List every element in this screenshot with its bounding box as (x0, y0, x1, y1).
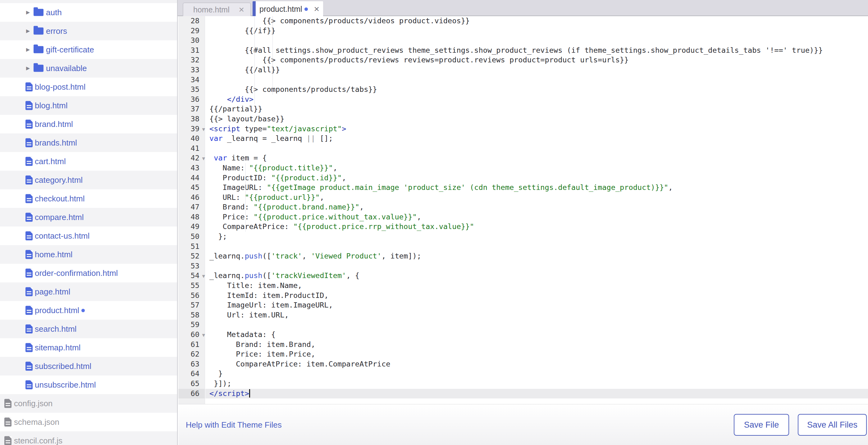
code-line[interactable] (205, 144, 868, 153)
save-file-button[interactable]: Save File (734, 414, 789, 436)
code-line[interactable]: }; (205, 232, 868, 242)
tab-label: product.html (259, 5, 302, 14)
file-tree-item-category-html[interactable]: category.html (0, 171, 177, 189)
code-line[interactable]: ImageUrl: item.ImageURL, (205, 300, 868, 310)
code-line[interactable]: </script> (205, 389, 868, 399)
tab-product-html[interactable]: product.html × (253, 1, 323, 17)
save-all-files-button[interactable]: Save All Files (798, 414, 867, 436)
code-line[interactable]: {{> components/products/reviews reviews=… (205, 55, 868, 65)
file-tree-item-brands-html[interactable]: brands.html (0, 133, 177, 152)
file-tree-item-cart-html[interactable]: cart.html (0, 152, 177, 171)
code-line[interactable]: CompareAtPrice: item.CompareAtPrice (205, 360, 868, 369)
file-tree-item-schema-json[interactable]: schema.json (0, 413, 177, 431)
code-line[interactable]: </div> (205, 95, 868, 105)
file-tree-item-search-html[interactable]: search.html (0, 320, 177, 338)
file-tree-item-compare-html[interactable]: compare.html (0, 208, 177, 227)
code-line[interactable] (205, 261, 868, 271)
file-tree-item-blog-post-html[interactable]: blog-post.html (0, 77, 177, 96)
chevron-right-icon[interactable]: ▸ (26, 26, 30, 35)
file-tree-item-product-html[interactable]: product.html (0, 301, 177, 320)
code-line[interactable]: {{> layout/base}} (205, 114, 868, 124)
chevron-right-icon[interactable]: ▸ (26, 64, 30, 72)
code-line[interactable]: CompareAtPrice: "{{product.price.rrp_wit… (205, 222, 868, 232)
line-number: 31 (178, 46, 205, 56)
chevron-right-icon[interactable]: ▸ (26, 8, 30, 16)
code-line[interactable]: <script type="text/javascript"> (205, 124, 868, 134)
file-tree-item-auth[interactable]: ▸auth (0, 3, 177, 22)
code-line[interactable]: Brand: item.Brand, (205, 340, 868, 350)
code-line[interactable]: }]); (205, 379, 868, 389)
fold-arrow-icon[interactable]: ▾ (202, 271, 205, 281)
code-line[interactable]: ImageURL: "{{getImage product.main_image… (205, 183, 868, 193)
code-line[interactable]: ProductID: "{{product.id}}", (205, 173, 868, 183)
code-line[interactable]: {{/partial}} (205, 104, 868, 114)
file-tree-item-checkout-html[interactable]: checkout.html (0, 189, 177, 208)
file-tree-item-gift-certificate[interactable]: ▸gift-certificate (0, 40, 177, 59)
code-token: 'track' (271, 252, 302, 260)
code-line[interactable]: var _learnq = _learnq || []; (205, 134, 868, 144)
file-tree-item-contact-us-html[interactable]: contact-us.html (0, 227, 177, 245)
file-tree-item-subscribed-html[interactable]: subscribed.html (0, 357, 177, 375)
file-icon (26, 362, 33, 371)
code-line[interactable]: } (205, 369, 868, 379)
help-link[interactable]: Help with Edit Theme Files (186, 420, 282, 430)
file-tree-sidebar[interactable]: ▸auth▸errors▸gift-certificate▸unavailabl… (0, 0, 178, 445)
file-icon (4, 399, 11, 408)
code-line[interactable]: Price: "{{product.price.without_tax.valu… (205, 212, 868, 222)
file-tree-item-blog-html[interactable]: blog.html (0, 96, 177, 115)
fold-arrow-icon[interactable]: ▾ (202, 330, 205, 340)
code-line[interactable]: Brand: "{{product.brand.name}}", (205, 202, 868, 212)
code-token: "{{getImage product.main_image 'product_… (267, 183, 669, 192)
code-line[interactable]: {{/if}} (205, 26, 868, 36)
file-tree-item-stencil-conf-js[interactable]: stencil.conf.js (0, 431, 177, 445)
code-line[interactable] (205, 242, 868, 252)
code-line[interactable]: {{/all}} (205, 65, 868, 75)
code-line[interactable]: {{> components/products/tabs}} (205, 85, 868, 95)
code-content[interactable]: {{> components/products/videos product.v… (205, 16, 868, 404)
code-token: "{{product.price.without_tax.value}}" (253, 212, 417, 221)
code-token: ProductID: (209, 173, 271, 182)
fold-arrow-icon[interactable]: ▾ (202, 125, 205, 134)
file-tree-item-errors[interactable]: ▸errors (0, 22, 177, 40)
file-tree-item-order-confirmation-html[interactable]: order-confirmation.html (0, 264, 177, 282)
code-line[interactable]: {{> components/products/videos product.v… (205, 16, 868, 26)
code-line[interactable]: Url: item.URL, (205, 310, 868, 320)
file-tree-item-unavailable[interactable]: ▸unavailable (0, 59, 177, 77)
code-line[interactable]: Name: "{{product.title}}", (205, 163, 868, 173)
fold-arrow-icon[interactable]: ▾ (202, 153, 205, 164)
code-token: Price: (209, 212, 253, 221)
code-line[interactable]: var item = { (205, 153, 868, 163)
code-line[interactable]: Metadata: { (205, 330, 868, 340)
code-line[interactable]: _learnq.push(['track', 'Viewed Product',… (205, 251, 868, 261)
code-line[interactable]: Price: item.Price, (205, 349, 868, 360)
tab-home-html[interactable]: home.html × (183, 2, 251, 16)
chevron-right-icon[interactable]: ▸ (26, 45, 30, 54)
file-tree-item-unsubscribe-html[interactable]: unsubscribe.html (0, 375, 177, 394)
code-editor[interactable]: 282930313233343536373839▾404142▾43444546… (178, 16, 868, 404)
file-tree-item-config-json[interactable]: config.json (0, 394, 177, 413)
code-line[interactable]: Title: item.Name, (205, 281, 868, 291)
line-number: 48 (178, 212, 205, 222)
code-line[interactable]: ItemId: item.ProductID, (205, 291, 868, 301)
file-icon (26, 343, 33, 352)
code-token: , (668, 183, 673, 192)
file-tree-item-page-html[interactable]: page.html (0, 282, 177, 301)
code-line[interactable] (205, 36, 868, 46)
code-line[interactable]: _learnq.push(['trackViewedItem', { (205, 271, 868, 281)
file-tree-item-home-html[interactable]: home.html (0, 245, 177, 264)
file-tree-item-sitemap-html[interactable]: sitemap.html (0, 338, 177, 357)
code-line[interactable]: {{#all settings.show_product_reviews the… (205, 46, 868, 56)
file-label: sitemap.html (35, 343, 81, 352)
line-number: 47 (178, 202, 205, 212)
file-icon (26, 157, 33, 166)
close-icon[interactable]: × (239, 4, 244, 15)
code-line[interactable] (205, 75, 868, 85)
file-tree-item-brand-html[interactable]: brand.html (0, 115, 177, 133)
file-label: category.html (35, 175, 83, 185)
code-line[interactable] (205, 320, 868, 330)
file-icon (26, 306, 33, 315)
code-line[interactable]: URL: "{{product.url}}", (205, 193, 868, 203)
line-number: 29 (178, 26, 205, 36)
folder-icon (34, 46, 43, 54)
close-icon[interactable]: × (314, 4, 319, 14)
